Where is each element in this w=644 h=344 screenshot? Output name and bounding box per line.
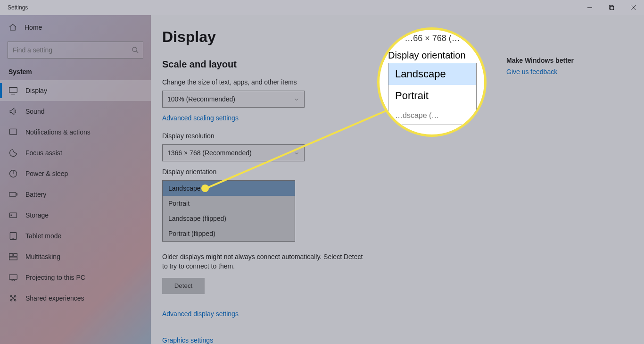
storage-icon — [8, 210, 18, 220]
close-button[interactable] — [622, 0, 644, 15]
sidebar-item-label: Sound — [25, 108, 44, 115]
svg-rect-20 — [14, 253, 17, 256]
svg-rect-19 — [9, 253, 13, 256]
svg-line-7 — [136, 51, 138, 53]
callout-option-partial: …dscape (… — [388, 107, 476, 125]
search-input[interactable] — [12, 46, 127, 54]
window-title: Settings — [8, 4, 28, 11]
callout-option-portrait: Portrait — [388, 85, 476, 107]
right-heading: Make Windows better — [506, 57, 634, 64]
sidebar-item-label: Projecting to this PC — [25, 274, 85, 281]
sound-icon — [8, 107, 18, 116]
callout-dot — [201, 185, 209, 192]
svg-rect-10 — [10, 129, 17, 134]
sidebar-item-label: Power & sleep — [25, 170, 68, 177]
chevron-down-icon — [294, 96, 299, 102]
right-column: Make Windows better Give us feedback — [506, 15, 644, 344]
callout-magnifier: …66 × 768 (… Display orientation Landsca… — [377, 27, 487, 137]
multi-display-text: Older displays might not always connect … — [162, 252, 370, 271]
display-icon — [8, 86, 18, 95]
svg-point-6 — [132, 47, 137, 51]
svg-rect-21 — [9, 257, 17, 260]
battery-icon — [8, 190, 18, 199]
sidebar-item-power-sleep[interactable]: Power & sleep — [0, 163, 151, 184]
minimize-button[interactable] — [579, 0, 601, 15]
sidebar-item-label: Tablet mode — [25, 232, 61, 240]
maximize-button[interactable] — [601, 0, 622, 15]
feedback-link[interactable]: Give us feedback — [506, 68, 557, 76]
sidebar-item-label: Notifications & actions — [25, 128, 91, 136]
sidebar-item-label: Focus assist — [25, 149, 62, 157]
notifications-icon — [8, 127, 18, 137]
svg-line-27 — [205, 109, 391, 189]
window-controls — [579, 0, 644, 15]
sidebar-item-battery[interactable]: Battery — [0, 184, 151, 205]
advanced-display-link[interactable]: Advanced display settings — [162, 310, 239, 318]
sidebar-item-label: Storage — [25, 211, 49, 219]
svg-rect-14 — [17, 193, 17, 195]
orientation-option-portrait-flipped[interactable]: Portrait (flipped) — [163, 226, 295, 241]
sidebar-item-label: Display — [25, 87, 47, 94]
svg-rect-13 — [9, 193, 16, 196]
detect-button[interactable]: Detect — [162, 278, 205, 294]
callout-line — [205, 109, 403, 204]
search-box[interactable] — [8, 42, 143, 59]
callout-label: Display orientation — [388, 50, 477, 61]
focus-assist-icon — [8, 148, 18, 158]
svg-point-16 — [11, 215, 12, 216]
sidebar-item-display[interactable]: Display — [0, 80, 151, 101]
sidebar-item-sound[interactable]: Sound — [0, 101, 151, 122]
sidebar-item-label: Shared experiences — [25, 294, 84, 302]
titlebar: Settings — [0, 0, 644, 15]
tablet-icon — [8, 231, 18, 241]
sidebar-item-projecting[interactable]: Projecting to this PC — [0, 267, 151, 288]
power-icon — [8, 169, 18, 178]
scale-combo[interactable]: 100% (Recommended) — [162, 91, 305, 108]
sidebar-item-shared-experiences[interactable]: Shared experiences — [0, 288, 151, 309]
graphics-settings-link[interactable]: Graphics settings — [162, 336, 213, 344]
sidebar: Home System Display Sound Notifications … — [0, 15, 151, 344]
svg-rect-22 — [9, 275, 17, 279]
search-icon — [132, 46, 139, 54]
sidebar-item-label: Battery — [25, 191, 46, 198]
sidebar-item-notifications[interactable]: Notifications & actions — [0, 122, 151, 143]
home-nav[interactable]: Home — [0, 18, 151, 37]
orientation-option-landscape-flipped[interactable]: Landscape (flipped) — [163, 211, 295, 226]
multitasking-icon — [8, 252, 18, 261]
callout-options: Landscape Portrait …dscape (… — [388, 63, 477, 125]
home-label: Home — [25, 24, 42, 31]
svg-rect-8 — [9, 87, 17, 92]
home-icon — [8, 23, 17, 32]
sidebar-item-focus-assist[interactable]: Focus assist — [0, 143, 151, 163]
sidebar-group-title: System — [0, 65, 151, 80]
sidebar-item-storage[interactable]: Storage — [0, 205, 151, 226]
projecting-icon — [8, 273, 18, 282]
shared-icon — [8, 294, 18, 303]
sidebar-item-multitasking[interactable]: Multitasking — [0, 246, 151, 267]
sidebar-item-tablet-mode[interactable]: Tablet mode — [0, 226, 151, 246]
callout-option-landscape: Landscape — [388, 63, 476, 85]
sidebar-item-label: Multitasking — [25, 253, 60, 260]
scale-value: 100% (Recommended) — [167, 95, 235, 103]
svg-rect-2 — [610, 6, 614, 10]
